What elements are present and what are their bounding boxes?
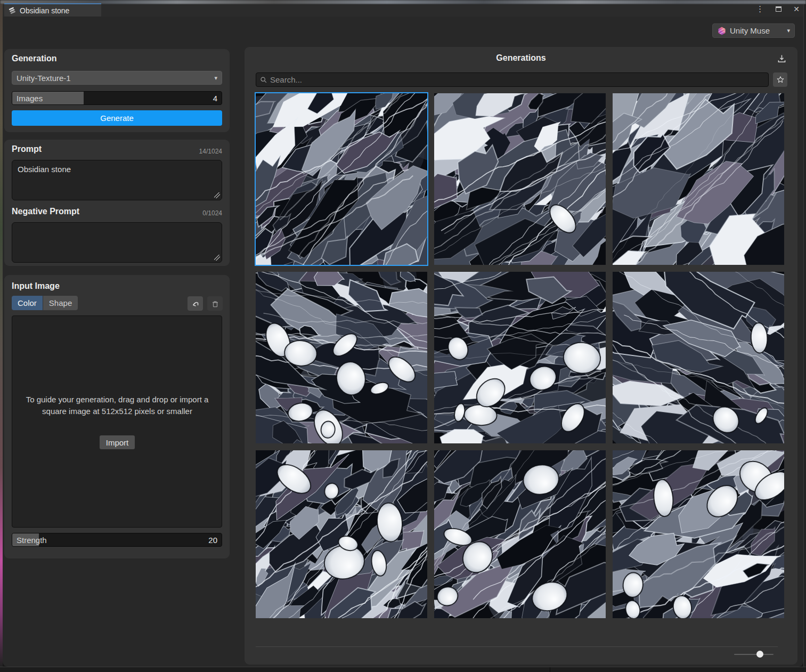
search-icon	[260, 76, 267, 84]
generations-title: Generations	[245, 53, 797, 63]
download-icon	[776, 53, 787, 64]
muse-hexagon-icon	[717, 26, 727, 36]
negative-prompt-char-counter: 0/1024	[202, 209, 222, 217]
generate-button[interactable]: Generate	[12, 110, 222, 126]
generation-tile-4[interactable]	[256, 272, 427, 443]
muse-tab-icon	[8, 6, 17, 15]
generations-panel: Generations	[245, 47, 797, 665]
generation-tile-9[interactable]	[613, 450, 784, 618]
trash-icon	[210, 299, 220, 309]
model-dropdown[interactable]: Unity-Texture-1 ▾	[12, 71, 222, 85]
images-slider-label: Images	[17, 94, 43, 103]
prompt-section: Prompt 14/1024 Obsidian stone Negative P…	[4, 140, 230, 266]
close-icon[interactable]: ✕	[793, 5, 800, 13]
generation-tile-1[interactable]	[256, 93, 427, 265]
generation-tile-3[interactable]	[613, 93, 784, 265]
tab-bar	[3, 4, 803, 17]
drop-area-hint: To guide your generation, drag and drop …	[19, 394, 216, 417]
undo-icon	[191, 299, 200, 309]
tab-obsidian-stone[interactable]: Obsidian stone	[4, 3, 101, 17]
strength-slider-label: Strength	[17, 536, 47, 545]
star-icon	[776, 75, 785, 85]
chevron-down-icon: ▾	[787, 27, 790, 34]
generated-texture-image	[613, 272, 784, 443]
strength-slider-value: 20	[208, 536, 217, 545]
tab-color[interactable]: Color	[12, 296, 43, 310]
generation-title: Generation	[12, 54, 56, 63]
generate-button-label: Generate	[100, 114, 134, 123]
tab-title: Obsidian stone	[20, 6, 69, 15]
generation-tile-6[interactable]	[613, 272, 784, 443]
undo-button[interactable]	[188, 296, 203, 311]
generated-texture-image	[434, 272, 606, 443]
input-image-section: Input Image Color Shape To guide your ge…	[4, 275, 230, 558]
generated-texture-image	[256, 93, 427, 265]
download-button[interactable]	[773, 51, 790, 67]
images-slider-value: 4	[213, 94, 217, 103]
thumbnail-size-slider[interactable]	[734, 654, 774, 655]
import-button[interactable]: Import	[100, 435, 135, 449]
generation-tile-8[interactable]	[434, 450, 606, 618]
image-drop-area[interactable]: To guide your generation, drag and drop …	[12, 315, 222, 528]
search-bar[interactable]	[256, 72, 769, 87]
generated-texture-image	[613, 450, 784, 618]
panel-footer-divider	[256, 646, 778, 647]
prompt-input[interactable]: Obsidian stone	[12, 160, 222, 200]
thumbnail-size-slider-thumb[interactable]	[756, 651, 763, 658]
generation-tile-2[interactable]	[434, 93, 606, 265]
muse-button-label: Unity Muse	[730, 26, 770, 35]
panel-divider-line	[550, 667, 550, 672]
generated-texture-image	[256, 450, 427, 618]
generated-texture-image	[434, 93, 606, 265]
resize-grip-icon[interactable]	[214, 192, 220, 198]
negative-prompt-input[interactable]	[12, 222, 222, 263]
background-scene-top	[0, 0, 806, 4]
generated-texture-image	[256, 272, 427, 443]
window-controls: ⋮ ✕	[756, 5, 800, 13]
generated-texture-image	[434, 450, 606, 618]
import-button-label: Import	[106, 438, 129, 447]
tab-shape[interactable]: Shape	[43, 296, 78, 310]
chevron-down-icon: ▾	[214, 75, 217, 82]
generated-texture-image	[613, 93, 784, 265]
prompt-title: Prompt	[12, 144, 42, 154]
delete-button[interactable]	[207, 296, 223, 311]
window-menu-icon[interactable]: ⋮	[756, 5, 764, 13]
strength-slider[interactable]: Strength 20	[12, 533, 222, 547]
background-scene-right	[803, 4, 806, 667]
images-slider[interactable]: Images 4	[12, 91, 222, 105]
input-image-title: Input Image	[12, 281, 60, 291]
model-dropdown-value: Unity-Texture-1	[17, 74, 71, 83]
generation-section: Generation Unity-Texture-1 ▾ Images 4 Ge…	[4, 49, 230, 132]
generation-tile-7[interactable]	[256, 450, 427, 618]
prompt-char-counter: 14/1024	[199, 148, 222, 155]
search-input[interactable]	[270, 75, 764, 84]
editor-bottom-strip	[0, 667, 806, 672]
input-image-mode-tabs: Color Shape	[12, 296, 78, 310]
maximize-icon[interactable]	[776, 6, 781, 12]
generation-tile-5[interactable]	[434, 272, 606, 443]
favorites-filter-button[interactable]	[773, 72, 787, 87]
resize-grip-icon[interactable]	[214, 255, 220, 261]
negative-prompt-title: Negative Prompt	[12, 207, 79, 216]
unity-muse-dropdown-button[interactable]: Unity Muse ▾	[712, 23, 795, 38]
